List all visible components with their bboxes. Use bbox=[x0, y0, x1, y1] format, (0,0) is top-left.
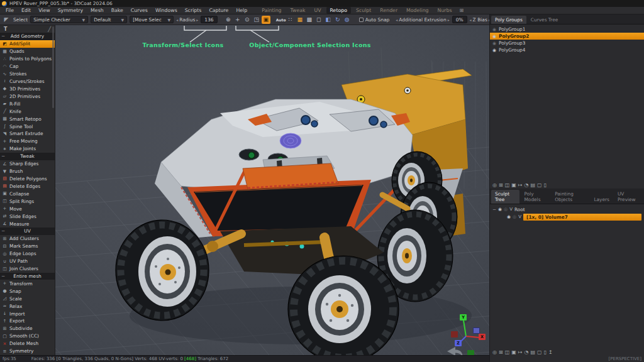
visibility-eye-icon[interactable]: ◉ bbox=[507, 214, 511, 219]
expander-icon[interactable]: − bbox=[492, 207, 496, 212]
axis-negx-handle[interactable] bbox=[451, 331, 458, 337]
axis-negz-handle[interactable] bbox=[473, 327, 480, 334]
spinner-left-icon[interactable]: ◂ bbox=[176, 18, 178, 22]
polygroup-row-polygroup2[interactable]: ◉PolyGroup2 bbox=[490, 33, 644, 40]
tool-item-relax[interactable]: ≈Relax bbox=[0, 302, 55, 310]
add-volume-icon[interactable]: ⊞ bbox=[499, 182, 503, 188]
tool-item-uv-path[interactable]: ∪UV Path bbox=[0, 258, 55, 265]
tool-item-add-clusters[interactable]: ⊞Add Clusters bbox=[0, 235, 55, 243]
tool-item-make-joints[interactable]: ∗Make Joints bbox=[0, 145, 55, 153]
tool-item-transform[interactable]: +Transform bbox=[0, 280, 55, 287]
workspace-tab-sculpt[interactable]: Sculpt bbox=[352, 7, 375, 14]
ghost-eye-icon[interactable]: ◎ bbox=[513, 214, 516, 219]
export-icon[interactable]: ↥ bbox=[548, 349, 553, 355]
navigate-icon[interactable]: ⊕ bbox=[224, 16, 233, 24]
text-tool-icon[interactable]: T bbox=[4, 26, 7, 32]
workspace-tab-render[interactable]: Render bbox=[376, 7, 401, 14]
visibility-eye-icon[interactable]: ◉ bbox=[492, 41, 496, 46]
axis-x-label[interactable]: X bbox=[479, 334, 486, 340]
visibility-eye-icon[interactable]: ◉ bbox=[498, 207, 502, 212]
delete-layer-icon[interactable]: ▯ bbox=[544, 349, 547, 355]
add-workspace-icon[interactable]: ⊞ bbox=[457, 8, 467, 13]
workspace-tab-modeling[interactable]: Modeling bbox=[402, 7, 432, 14]
tree-row-root[interactable]: −◉◎VRoot bbox=[490, 206, 644, 213]
section-header-tweak[interactable]: −Tweak bbox=[0, 153, 55, 160]
polygroup-row-polygroup1[interactable]: ◉PolyGroup1 bbox=[490, 26, 644, 33]
polygroup-row-polygroup4[interactable]: ◉PolyGroup4 bbox=[490, 47, 644, 53]
tab-poly-models[interactable]: Poly Models bbox=[520, 190, 550, 204]
preset-dropdown[interactable]: Default▼ bbox=[91, 16, 127, 23]
duplicate-icon[interactable]: ◫ bbox=[505, 349, 510, 355]
tab-sculpt-tree[interactable]: Sculpt Tree bbox=[491, 190, 519, 204]
instance-icon[interactable]: ▣ bbox=[511, 349, 516, 355]
search-icon[interactable]: ◎ bbox=[492, 182, 497, 188]
axis-z-label[interactable]: Z bbox=[455, 340, 462, 346]
checker-dropdown[interactable]: Simple Checker▼ bbox=[30, 16, 88, 23]
extrusion-spinner[interactable]: ◂Additional Extrusion▸ bbox=[396, 17, 449, 23]
tool-item-knife[interactable]: ╱Knife bbox=[0, 107, 55, 115]
section-header-entire-mesh[interactable]: −Entire mesh bbox=[0, 273, 55, 280]
grow-selection-icon[interactable]: ◧ bbox=[324, 16, 333, 24]
history-icon[interactable]: ◔ bbox=[525, 349, 529, 355]
menu-windows[interactable]: Windows bbox=[152, 7, 180, 14]
action-mode-dropdown[interactable]: [Move Selec▼ bbox=[130, 16, 174, 23]
axis-negy-handle[interactable] bbox=[467, 350, 474, 355]
tool-item-import[interactable]: ↓Import bbox=[0, 310, 55, 317]
3d-viewport[interactable]: Transform/Select Icons Object/Component … bbox=[55, 25, 489, 355]
sphere-selection-icon[interactable]: ◍ bbox=[343, 16, 352, 24]
menu-mesh[interactable]: Mesh bbox=[87, 7, 107, 14]
tool-item-smooth-cc[interactable]: ▢Smooth (CC) bbox=[0, 332, 55, 340]
transform-gizmo-icon[interactable]: ▣ bbox=[262, 16, 270, 24]
delete-layer-icon[interactable]: ▯ bbox=[544, 182, 547, 188]
search-icon[interactable]: ◎ bbox=[492, 349, 497, 355]
tool-item-points-to-polygons[interactable]: ∴Points to Polygons bbox=[0, 55, 55, 63]
new-layer-icon[interactable]: ▢ bbox=[537, 182, 542, 188]
tool-item-2d-primitives[interactable]: ▱2D Primitives bbox=[0, 92, 55, 100]
workspace-tab-nurbs[interactable]: Nurbs bbox=[434, 7, 456, 14]
tool-item-3d-primitives[interactable]: ◆3D Primitives bbox=[0, 85, 55, 92]
instance-icon[interactable]: ▣ bbox=[511, 182, 516, 188]
merge-icon[interactable]: ↦ bbox=[518, 182, 523, 188]
polygroup-row-polygroup3[interactable]: ◉PolyGroup3 bbox=[490, 40, 644, 47]
radius-spinner[interactable]: ◂ Radius ▸ bbox=[176, 17, 198, 23]
visibility-eye-icon[interactable]: ◉ bbox=[492, 48, 496, 53]
tool-item-snap[interactable]: ●Snap bbox=[0, 287, 55, 295]
select-islands-icon[interactable]: ▩ bbox=[305, 16, 314, 24]
tool-item-slide-edges[interactable]: ⇄Slide Edges bbox=[0, 212, 55, 220]
tool-item-free-moving[interactable]: +Free Moving bbox=[0, 138, 55, 145]
tool-item-spine-tool[interactable]: ∫Spine Tool bbox=[0, 123, 55, 130]
merge-icon[interactable]: ↦ bbox=[518, 349, 523, 355]
menu-edit[interactable]: Edit bbox=[18, 7, 34, 14]
tool-item-edge-loops[interactable]: ◎Edge Loops bbox=[0, 250, 55, 258]
new-layer-icon[interactable]: ▢ bbox=[537, 349, 542, 355]
tool-item-smart-extrude[interactable]: ◥Smart Extrude bbox=[0, 130, 55, 138]
tool-item-add-split[interactable]: ◩Add/Split bbox=[0, 40, 55, 48]
ghost-eye-icon[interactable]: ◎ bbox=[504, 207, 508, 212]
duplicate-icon[interactable]: ◫ bbox=[505, 182, 510, 188]
rotate-icon[interactable]: ⊙ bbox=[243, 16, 252, 24]
brush-icon[interactable]: ◤ bbox=[2, 16, 11, 24]
tool-item-curves-strokes[interactable]: ≀Curves/Strokes bbox=[0, 78, 55, 85]
auto-mode-icon[interactable]: Auto bbox=[277, 16, 286, 24]
spinner-right-icon[interactable]: ▸ bbox=[196, 18, 198, 22]
auto-snap-checkbox[interactable]: Auto Snap bbox=[359, 17, 390, 23]
rover-model[interactable] bbox=[55, 25, 489, 355]
tool-item-collapse[interactable]: ▣Collapse bbox=[0, 190, 55, 197]
tool-item-split-rings[interactable]: ◫Split Rings bbox=[0, 197, 55, 205]
menu-symmetry[interactable]: Symmetry bbox=[55, 7, 86, 14]
tree-row-1x-0-volume7[interactable]: ◉◎V[1x, 0] Volume7 bbox=[490, 213, 644, 221]
tool-item-subdivide[interactable]: ⊞Subdivide bbox=[0, 325, 55, 332]
tool-item-sharp-edges[interactable]: ∠Sharp Edges bbox=[0, 160, 55, 168]
menu-help[interactable]: Help bbox=[233, 7, 250, 14]
tool-item-r-fill[interactable]: ▰R-Fill bbox=[0, 100, 55, 107]
select-objects-icon[interactable]: ◻ bbox=[314, 16, 323, 24]
layers-icon[interactable]: ▤ bbox=[531, 349, 536, 355]
loop-selection-icon[interactable]: ↻ bbox=[333, 16, 342, 24]
menu-curves[interactable]: Curves bbox=[128, 7, 151, 14]
menu-file[interactable]: File bbox=[3, 7, 17, 14]
tab-poly-groups[interactable]: Poly Groups bbox=[491, 16, 526, 24]
zbias-spinner[interactable]: ◂Z Bias▸ bbox=[470, 17, 491, 23]
tool-item-scale[interactable]: ◿Scale bbox=[0, 295, 55, 302]
tool-item-symmetry[interactable]: ≡Symmetry bbox=[0, 348, 55, 355]
tool-item-measure[interactable]: ∡Measure bbox=[0, 220, 55, 228]
